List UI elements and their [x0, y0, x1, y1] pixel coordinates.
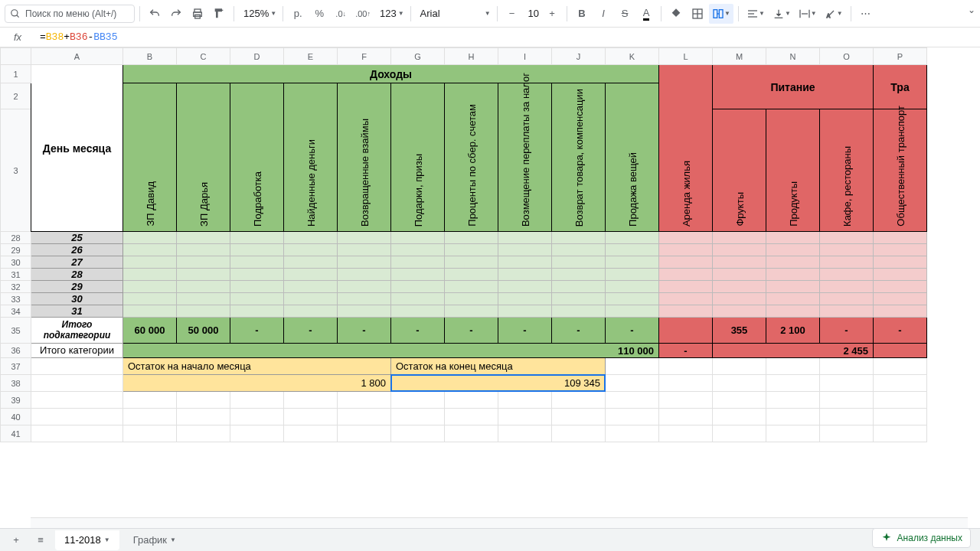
sheet-tab[interactable]: График ▼ [124, 530, 185, 550]
row-header[interactable]: 1 [1, 65, 31, 83]
day-cell[interactable]: 29 [31, 281, 123, 293]
row-header[interactable]: 41 [1, 425, 31, 442]
expense-subheader[interactable]: Общественный транспорт [874, 109, 927, 232]
subtotal-cell[interactable]: 60 000 [123, 318, 177, 344]
subtotal-label[interactable]: Итого подкатегории [31, 318, 123, 344]
subtotal-cell[interactable]: - [230, 318, 284, 344]
income-subheader[interactable]: ЗП Давид [123, 83, 177, 232]
undo-button[interactable] [145, 4, 165, 24]
row-header[interactable]: 3 [1, 109, 31, 232]
subtotal-cell[interactable]: - [338, 318, 391, 344]
subtotal-cell[interactable]: 50 000 [177, 318, 230, 344]
expense-subheader[interactable]: Кафе, рестораны [820, 109, 874, 232]
row-header[interactable]: 32 [1, 281, 31, 293]
income-subheader[interactable]: Подарки, призы [391, 83, 445, 232]
row-header[interactable]: 37 [1, 358, 31, 375]
subtotal-cell[interactable]: - [284, 318, 338, 344]
bold-button[interactable]: B [572, 4, 592, 24]
col-header[interactable]: K [606, 48, 659, 65]
expense-subheader[interactable]: Фрукты [713, 109, 766, 232]
income-header[interactable]: Доходы [123, 65, 659, 83]
valign-button[interactable]: ▼ [769, 4, 794, 24]
income-subheader[interactable]: Продажа вещей [606, 83, 659, 232]
col-header[interactable]: P [874, 48, 927, 65]
income-total[interactable]: 110 000 [123, 344, 659, 358]
col-header[interactable]: F [338, 48, 391, 65]
font-select[interactable]: Arial▼ [416, 4, 492, 24]
subtotal-cell[interactable]: - [445, 318, 498, 344]
text-color-button[interactable]: A [636, 4, 656, 24]
expense-total[interactable]: - [659, 344, 713, 358]
row-header[interactable]: 31 [1, 269, 31, 281]
italic-button[interactable]: I [593, 4, 613, 24]
row-header[interactable]: 35 [1, 318, 31, 344]
subtotal-cell[interactable]: - [820, 318, 874, 344]
income-subheader[interactable]: Проценты по сбер. счетам [445, 83, 498, 232]
wrap-button[interactable]: ▼ [795, 4, 820, 24]
col-header[interactable]: L [659, 48, 713, 65]
number-format-select[interactable]: 123▼ [375, 4, 406, 24]
borders-button[interactable] [688, 4, 707, 24]
day-cell[interactable]: 26 [31, 244, 123, 256]
col-header[interactable]: A [31, 48, 123, 65]
col-header[interactable]: C [177, 48, 230, 65]
zoom-select[interactable]: 125%▼ [239, 4, 278, 24]
strike-button[interactable]: S [615, 4, 635, 24]
subtotal-cell[interactable]: - [498, 318, 552, 344]
subtotal-cell[interactable]: 355 [713, 318, 766, 344]
expense-header2[interactable]: Тра [874, 65, 927, 109]
decrease-decimal-button[interactable]: .0↓ [331, 4, 351, 24]
start-balance-label[interactable]: Остаток на начало месяца [123, 358, 391, 375]
category-total-label[interactable]: Итого категории [31, 344, 123, 358]
col-header[interactable]: I [498, 48, 552, 65]
subtotal-cell[interactable]: - [391, 318, 445, 344]
end-balance-value[interactable]: 109 345 [391, 375, 606, 392]
col-header[interactable]: N [766, 48, 820, 65]
end-balance-label[interactable]: Остаток на конец месяца [391, 358, 606, 375]
expense-subheader[interactable]: Продукты [766, 109, 820, 232]
day-cell[interactable]: 30 [31, 293, 123, 305]
percent-button[interactable]: % [309, 4, 329, 24]
start-balance-value[interactable]: 1 800 [123, 375, 391, 392]
income-subheader[interactable]: Найденные деньги [284, 83, 338, 232]
expense-total[interactable]: 2 455 [713, 344, 874, 358]
select-all-corner[interactable] [1, 48, 31, 65]
analyze-data-button[interactable]: Анализ данных [872, 528, 971, 548]
expense-total[interactable] [874, 344, 927, 358]
row-header[interactable]: 39 [1, 392, 31, 409]
subtotal-cell[interactable] [659, 318, 713, 344]
row-header[interactable]: 29 [1, 244, 31, 256]
row-header[interactable]: 34 [1, 305, 31, 318]
col-header[interactable]: M [713, 48, 766, 65]
row-header[interactable]: 40 [1, 409, 31, 425]
col-header[interactable]: B [123, 48, 177, 65]
subtotal-cell[interactable]: 2 100 [766, 318, 820, 344]
paint-format-button[interactable] [209, 4, 229, 24]
font-size-select[interactable]: 10 [524, 4, 541, 24]
row-header[interactable]: 2 [1, 83, 31, 109]
cell[interactable] [31, 358, 123, 375]
subtotal-cell[interactable]: - [874, 318, 927, 344]
currency-button[interactable]: р. [288, 4, 308, 24]
horizontal-scrollbar[interactable] [31, 517, 968, 528]
redo-button[interactable] [166, 4, 186, 24]
sheet-tab-active[interactable]: 11-2018 ▼ [55, 530, 119, 550]
row-header[interactable]: 36 [1, 344, 31, 358]
font-size-decrease[interactable]: − [502, 4, 522, 24]
col-header[interactable]: H [445, 48, 498, 65]
income-subheader[interactable]: Возвращенные взаймы [338, 83, 391, 232]
cell[interactable] [123, 232, 177, 244]
col-header[interactable]: G [391, 48, 445, 65]
income-subheader[interactable]: Подработка [230, 83, 284, 232]
menu-search[interactable]: Поиск по меню (Alt+/) [5, 5, 135, 23]
add-sheet-button[interactable]: + [6, 530, 26, 550]
day-cell[interactable]: 31 [31, 305, 123, 318]
merge-button[interactable]: ▼ [709, 4, 733, 24]
col-header[interactable]: D [230, 48, 284, 65]
subtotal-cell[interactable]: - [552, 318, 606, 344]
day-cell[interactable]: 27 [31, 256, 123, 269]
more-button[interactable]: ⋯ [856, 4, 876, 24]
expand-toolbar-button[interactable]: ⌄ [968, 5, 975, 15]
increase-decimal-button[interactable]: .00↑ [352, 4, 374, 24]
print-button[interactable] [188, 4, 207, 24]
